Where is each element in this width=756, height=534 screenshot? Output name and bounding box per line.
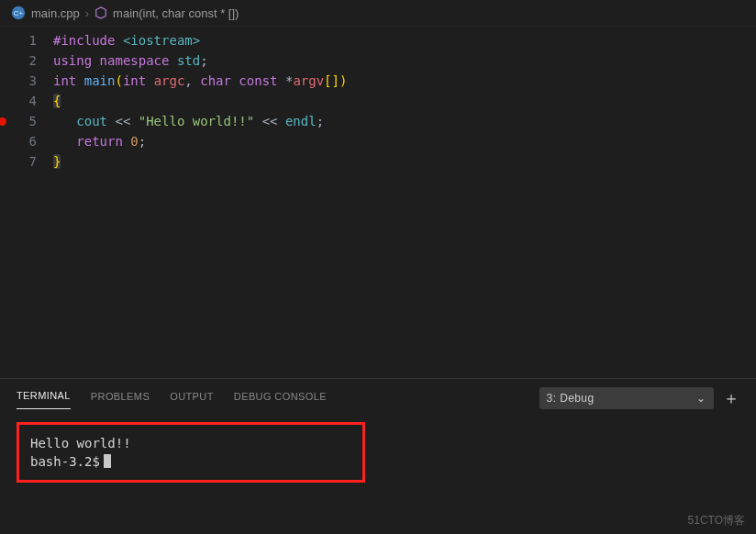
bottom-panel: TERMINAL PROBLEMS OUTPUT DEBUG CONSOLE 3… [0, 378, 756, 534]
code-editor[interactable]: 1 2 3 4 5 6 7 #include <iostream> using … [0, 27, 756, 172]
tab-debug-console[interactable]: DEBUG CONSOLE [234, 387, 327, 409]
terminal-selector-label: 3: Debug [547, 392, 595, 405]
tab-output[interactable]: OUTPUT [170, 387, 214, 409]
breakpoint-icon[interactable] [0, 117, 6, 126]
terminal-cursor [104, 454, 111, 468]
line-gutter: 1 2 3 4 5 6 7 [0, 30, 53, 172]
new-terminal-button[interactable]: ＋ [723, 387, 739, 409]
watermark: 51CTO博客 [688, 513, 745, 528]
chevron-down-icon: ⌄ [696, 392, 706, 405]
svg-text:C+: C+ [14, 9, 24, 17]
breadcrumb: C+ main.cpp › main(int, char const * []) [0, 0, 756, 27]
tab-terminal[interactable]: TERMINAL [17, 386, 71, 409]
breadcrumb-file[interactable]: main.cpp [31, 6, 80, 20]
cpp-file-icon: C+ [11, 6, 26, 20]
code-area[interactable]: #include <iostream> using namespace std;… [53, 30, 756, 172]
breadcrumb-symbol[interactable]: main(int, char const * []) [113, 6, 239, 20]
terminal-body[interactable]: Hello world!! bash-3.2$ [17, 422, 739, 483]
terminal-prompt-line: bash-3.2$ [30, 452, 351, 471]
symbol-method-icon [94, 6, 107, 19]
terminal-selector[interactable]: 3: Debug ⌄ [539, 387, 714, 409]
terminal-output-line: Hello world!! [30, 434, 351, 452]
panel-tabs: TERMINAL PROBLEMS OUTPUT DEBUG CONSOLE 3… [0, 379, 756, 409]
terminal-highlight-box: Hello world!! bash-3.2$ [17, 422, 365, 483]
tab-problems[interactable]: PROBLEMS [91, 387, 150, 409]
chevron-right-icon: › [85, 6, 89, 20]
